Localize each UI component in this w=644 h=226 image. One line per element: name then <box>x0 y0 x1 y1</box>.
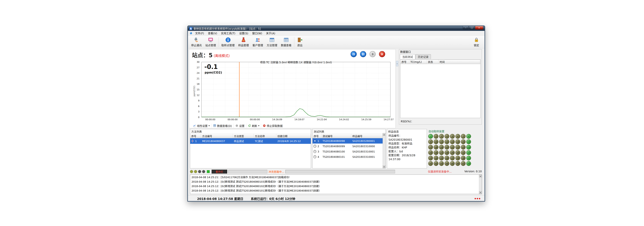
sampler-position-36[interactable]: 36 <box>444 156 449 160</box>
sampler-position-3[interactable]: 3 <box>439 134 444 139</box>
column-header[interactable]: 序号 <box>190 134 201 138</box>
scrollbar[interactable]: ▲ ▼ <box>383 133 386 168</box>
sampler-position-22[interactable]: 22 <box>456 145 460 150</box>
sampler-position-47[interactable]: 47 <box>461 161 466 166</box>
pause-button[interactable] <box>360 51 366 57</box>
sampler-position-9[interactable]: 9 <box>428 139 433 144</box>
column-header[interactable]: 测试编号 <box>322 134 351 138</box>
menu-item-3[interactable]: 设置(S) <box>237 31 250 36</box>
sampler-position-15[interactable]: 15 <box>461 139 466 144</box>
sampler-position-16[interactable]: 16 <box>466 139 471 144</box>
sampler-position-24[interactable]: 24 <box>466 145 471 150</box>
column-header[interactable]: 序号 <box>400 60 409 64</box>
table-row[interactable]: 2TS201804080099SA201803310000 <box>312 144 383 149</box>
sampler-position-20[interactable]: 20 <box>444 145 449 150</box>
toolbar-lock[interactable]: 锁定 <box>472 36 481 48</box>
sampler-position-7[interactable]: 7 <box>461 134 466 139</box>
sampler-position-18[interactable]: 18 <box>434 145 438 150</box>
column-header[interactable]: 时间 <box>438 60 480 64</box>
scroll-down-arrow[interactable]: ▼ <box>479 191 482 194</box>
toolbar-stop-comm[interactable]: 停止通讯 <box>189 36 204 48</box>
chart-tool-settings[interactable]: 设置 <box>234 124 246 128</box>
sampler-position-6[interactable]: 6 <box>456 134 460 139</box>
sampler-position-21[interactable]: 21 <box>450 145 455 150</box>
titlebar[interactable]: 泰林信息有机碳分析系统软件(xcyybj标准版) - [站点：5] – □ × <box>188 26 484 31</box>
table-row[interactable]: 1TS201804080098SA201803280001 <box>312 138 383 144</box>
column-header[interactable]: 方法类型 <box>233 134 254 138</box>
sampler-position-37[interactable]: 37 <box>450 156 455 160</box>
tab-current-test[interactable]: 当前测试 <box>400 54 415 59</box>
scrollbar[interactable]: ▲ ▼ <box>479 175 482 194</box>
column-header[interactable]: 方法编号 <box>201 134 233 138</box>
sampler-position-8[interactable]: 8 <box>466 134 471 139</box>
sampler-position-41[interactable]: 41 <box>428 161 433 166</box>
sampler-position-26[interactable]: 26 <box>434 150 438 155</box>
sampler-position-14[interactable]: 14 <box>456 139 460 144</box>
sampler-position-5[interactable]: 5 <box>450 134 455 139</box>
sampler-position-11[interactable]: 11 <box>439 139 444 144</box>
sampler-position-32[interactable]: 32 <box>466 150 471 155</box>
menu-item-5[interactable]: 关于(A) <box>264 31 277 36</box>
chart-tool-stop-acquire[interactable]: 停止获取数据 <box>261 124 284 128</box>
toolbar-exit[interactable]: 退出 <box>295 36 304 48</box>
minimize-button[interactable]: – <box>463 26 469 30</box>
sampler-position-12[interactable]: 12 <box>444 139 449 144</box>
sampler-position-23[interactable]: 23 <box>461 145 466 150</box>
column-header[interactable]: 创建日期 <box>276 134 311 138</box>
chart-tool-data-view[interactable]: 数据查看(D) <box>212 124 234 128</box>
sampler-position-44[interactable]: 44 <box>444 161 449 166</box>
sampler-position-42[interactable]: 42 <box>434 161 438 166</box>
sampler-position-35[interactable]: 35 <box>439 156 444 160</box>
toolbar-sample-mgmt[interactable]: 样品管理 <box>236 36 251 48</box>
sampler-position-1[interactable]: 1 <box>428 134 433 139</box>
scroll-down-arrow[interactable]: ▼ <box>383 165 386 168</box>
monitor-button[interactable] <box>350 51 357 57</box>
sampler-position-13[interactable]: 13 <box>450 139 455 144</box>
play-button[interactable] <box>370 51 376 57</box>
menu-item-4[interactable]: 窗口(W) <box>250 31 264 36</box>
chart-tool-refresh[interactable]: 刷新▼ <box>246 124 261 128</box>
menu-item-1[interactable]: 查看(V) <box>206 31 219 36</box>
sampler-position-10[interactable]: 10 <box>434 139 438 144</box>
column-header[interactable]: 方法名称 <box>254 134 276 138</box>
sampler-position-17[interactable]: 17 <box>428 145 433 150</box>
sampler-position-28[interactable]: 28 <box>444 150 449 155</box>
sampler-position-29[interactable]: 29 <box>450 150 455 155</box>
sampler-position-25[interactable]: 25 <box>428 150 433 155</box>
sampler-position-46[interactable]: 46 <box>456 161 460 166</box>
column-header[interactable]: 序号 <box>312 134 322 138</box>
table-row[interactable]: 3TS201804080100SA201803310001 <box>312 149 383 154</box>
toolbar-sampling-point-mgmt[interactable]: 取样点管理 <box>220 36 236 48</box>
sampler-position-34[interactable]: 34 <box>434 156 438 160</box>
sampler-position-48[interactable]: 48 <box>466 161 471 166</box>
table-row[interactable]: ?1ME201804080037样品测试TC测试2018/4/8 14:25:1… <box>190 138 311 144</box>
sampler-position-33[interactable]: 33 <box>428 156 433 160</box>
sampler-position-27[interactable]: 27 <box>439 150 444 155</box>
sampler-position-39[interactable]: 39 <box>461 156 466 160</box>
collapse-right-panel-button[interactable]: ‹ <box>396 61 398 66</box>
sampler-position-4[interactable]: 4 <box>444 134 449 139</box>
menu-item-0[interactable]: 文件(F) <box>193 31 206 36</box>
sampler-position-19[interactable]: 19 <box>439 145 444 150</box>
column-header[interactable]: 状态 <box>427 60 438 64</box>
sampler-position-31[interactable]: 31 <box>461 150 466 155</box>
toolbar-data-view[interactable]: 数据查看 <box>279 36 293 48</box>
toolbar-site-mgmt[interactable]: 站点管理 <box>204 36 218 48</box>
sampler-position-2[interactable]: 2 <box>434 134 438 139</box>
close-button[interactable]: × <box>475 26 483 30</box>
chart-tool-line-settings[interactable]: 线性设置▼ <box>192 124 212 128</box>
sampler-position-38[interactable]: 38 <box>456 156 460 160</box>
sampler-position-30[interactable]: 30 <box>456 150 460 155</box>
table-row[interactable]: 4TS201804080101SA201803310001 <box>312 154 383 159</box>
scroll-up-arrow[interactable]: ▲ <box>383 133 386 136</box>
toolbar-customer-mgmt[interactable]: 客户管理 <box>251 36 265 48</box>
scroll-up-arrow[interactable]: ▲ <box>479 175 482 177</box>
toolbar-method-mgmt[interactable]: 方法管理 <box>265 36 279 48</box>
menu-item-2[interactable]: 实用工具(T) <box>219 31 237 36</box>
tab-history[interactable]: 历史记录 <box>416 54 431 59</box>
column-header[interactable]: 样品编号 <box>351 134 383 138</box>
sampler-position-40[interactable]: 40 <box>466 156 471 160</box>
sampler-position-43[interactable]: 43 <box>439 161 444 166</box>
maximize-button[interactable]: □ <box>469 26 475 30</box>
abort-button[interactable]: × <box>379 51 385 57</box>
